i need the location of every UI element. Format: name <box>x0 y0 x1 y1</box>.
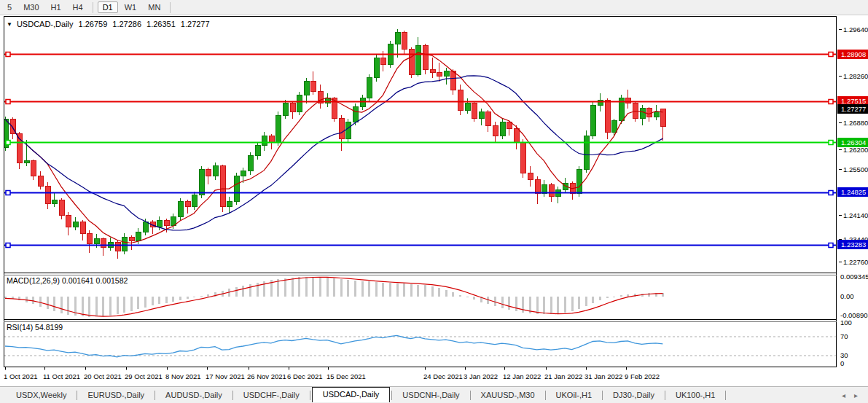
date-label: 11 Oct 2021 <box>43 372 80 380</box>
toolbar-separator <box>93 2 93 13</box>
timeframe-button-mn[interactable]: MN <box>143 1 165 13</box>
rsi-line <box>5 335 662 357</box>
tab-scroll-arrows: ◂ ▸ <box>842 391 858 399</box>
date-label: 12 Jan 2022 <box>503 372 541 380</box>
tab-eurusd-daily[interactable]: EURUSD-,Daily <box>79 388 153 402</box>
chart-tabs: USDX,WeeklyEURUSD-,DailyAUDUSD-,DailyUSD… <box>0 387 727 403</box>
rsi-indicator-label: RSI(14) 54.8199 <box>7 323 63 332</box>
price-tick-1.29640: 1.29640 <box>839 25 868 34</box>
tab-usdx-weekly[interactable]: USDX,Weekly <box>7 388 75 402</box>
collapse-arrow-icon[interactable]: ▼ <box>7 21 12 28</box>
rsi-axis-100: 100 <box>840 318 852 327</box>
tab-divider <box>602 391 603 400</box>
rsi-value: 54.8199 <box>35 323 63 332</box>
rsi-axis-70: 70 <box>840 332 848 341</box>
timeframe-button-w1[interactable]: W1 <box>120 1 142 13</box>
tab-divider <box>232 391 233 400</box>
tab-usdchf-daily[interactable]: USDCHF-,Daily <box>235 388 308 402</box>
hline-1.23283[interactable] <box>4 243 837 248</box>
timeframe-button-d1[interactable]: D1 <box>98 1 118 13</box>
date-label: 9 Feb 2022 <box>625 372 660 380</box>
price-badge-1.27277: 1.27277 <box>837 104 868 114</box>
ohlc-high: 1.27286 <box>112 20 141 28</box>
price-axis: 1.296401.282601.268801.262001.255001.241… <box>837 16 868 386</box>
hline-1.24825[interactable] <box>4 191 837 195</box>
line-anchor-marker <box>6 100 10 104</box>
rsi-name: RSI(14) <box>7 323 33 332</box>
line-anchor-marker <box>829 52 833 57</box>
date-label: 31 Jan 2022 <box>584 372 622 380</box>
tab-divider <box>665 391 665 400</box>
chart-tabs-bar: USDX,WeeklyEURUSD-,DailyAUDUSD-,DailyUSD… <box>0 386 868 403</box>
line-anchor-marker <box>6 191 10 195</box>
macd-values: 0.001641 0.001582 <box>62 276 128 285</box>
date-label: 26 Nov 2021 <box>247 372 286 380</box>
price-tick-1.28260: 1.28260 <box>839 71 868 81</box>
date-label: 21 Jan 2022 <box>544 372 582 380</box>
tab-usdcad-daily[interactable]: USDCAD-,Daily <box>312 387 391 402</box>
hline-1.27515[interactable] <box>4 100 837 104</box>
macd-indicator-label: MACD(12,26,9) 0.001641 0.001582 <box>7 276 128 285</box>
tab-divider <box>77 391 77 400</box>
line-anchor-marker <box>829 141 833 145</box>
date-axis: 1 Oct 202111 Oct 202120 Oct 202129 Oct 2… <box>4 367 660 381</box>
rsi-axis-0: 0 <box>840 359 844 368</box>
tab-divider <box>391 391 392 400</box>
tab-uk100-h1[interactable]: UK100-,H1 <box>667 388 724 402</box>
price-badge-1.26304: 1.26304 <box>837 138 868 147</box>
price-tick-1.24140: 1.24140 <box>839 211 868 220</box>
ohlc-close: 1.27277 <box>181 20 210 28</box>
macd-axis-0.00: 0.00 <box>840 292 854 301</box>
date-label: 15 Dec 2021 <box>327 372 366 380</box>
chart-symbol-label: USDCAD-,Daily <box>17 20 74 28</box>
tabs-scroll-right-icon[interactable]: ▸ <box>854 391 858 399</box>
date-label: 20 Oct 2021 <box>84 372 122 380</box>
date-label: 29 Oct 2021 <box>125 372 163 380</box>
line-anchor-marker <box>6 141 10 145</box>
line-anchor-marker <box>829 191 833 195</box>
date-label: 1 Oct 2021 <box>4 372 37 380</box>
ma-fast-line <box>5 52 662 243</box>
tab-divider <box>725 391 726 400</box>
hline-1.26304[interactable] <box>4 141 837 145</box>
line-anchor-marker <box>6 243 10 248</box>
tab-usdcnh-daily[interactable]: USDCNH-,Daily <box>394 388 468 402</box>
price-tick-1.25500: 1.25500 <box>839 165 868 174</box>
horizontal-lines <box>4 52 837 248</box>
macd-axis-0.009345: 0.009345 <box>840 273 868 281</box>
line-anchor-marker <box>829 243 833 248</box>
date-label: 8 Nov 2021 <box>165 372 201 380</box>
chart-svg: 1 Oct 202111 Oct 202120 Oct 202129 Oct 2… <box>4 16 837 386</box>
chart-header: ▼USDCAD-,Daily1.267591.272861.263511.272… <box>7 20 210 28</box>
date-label: 24 Dec 2021 <box>423 372 463 380</box>
price-tick-1.26880: 1.26880 <box>839 118 868 128</box>
timeframe-button-m30[interactable]: M30 <box>18 1 44 13</box>
tab-divider <box>470 391 471 400</box>
tabs-scroll-left-icon[interactable]: ◂ <box>842 391 845 399</box>
timeframe-button-h1[interactable]: H1 <box>46 1 66 13</box>
ohlc-low: 1.26351 <box>146 20 176 28</box>
price-tick-1.22760: 1.22760 <box>839 257 868 267</box>
toolbar-separator <box>170 2 171 13</box>
macd-name: MACD(12,26,9) <box>7 276 60 285</box>
price-chart-canvas[interactable]: 1 Oct 202111 Oct 202120 Oct 202129 Oct 2… <box>4 16 837 386</box>
mt4-window: 5M30H1H4D1W1MN 1 Oct 202111 Oct 202120 O… <box>0 0 868 403</box>
tab-dj30-daily[interactable]: DJ30-,Daily <box>604 388 663 402</box>
line-anchor-marker <box>829 100 833 104</box>
timeframe-button-h4[interactable]: H4 <box>68 1 88 13</box>
tab-divider <box>155 391 155 400</box>
price-badge-1.28908: 1.28908 <box>837 50 868 59</box>
price-badge-1.24825: 1.24825 <box>837 187 868 197</box>
timeframe-toolbar: 5M30H1H4D1W1MN <box>0 0 868 15</box>
date-label: 17 Nov 2021 <box>206 372 245 380</box>
tab-divider <box>545 391 546 400</box>
ohlc-open: 1.26759 <box>79 20 108 28</box>
line-anchor-marker <box>6 52 10 57</box>
tab-ukoil-h1[interactable]: UKOil-,H1 <box>547 388 601 402</box>
tab-divider <box>310 391 310 400</box>
price-badge-1.23283: 1.23283 <box>837 240 868 249</box>
tab-audusd-daily[interactable]: AUDUSD-,Daily <box>157 388 231 402</box>
date-label: 6 Dec 2021 <box>287 372 323 380</box>
tab-xauusd-m30[interactable]: XAUUSD-,M30 <box>472 388 544 402</box>
timeframe-button-5[interactable]: 5 <box>2 1 17 13</box>
